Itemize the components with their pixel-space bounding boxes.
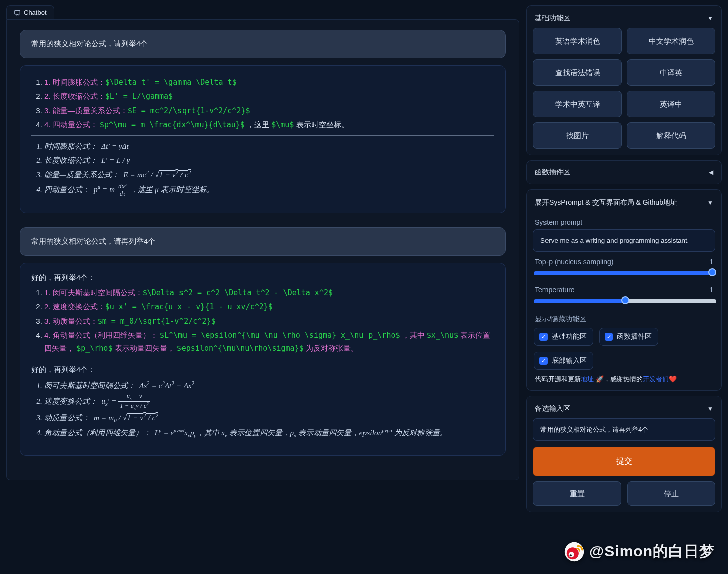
chevron-left-icon: ◀ [709,169,713,176]
sidebar-column: 基础功能区 ▼ 英语学术润色 中文学术润色 查找语法错误 中译英 学术中英互译 … [526,5,722,568]
tab-chatbot[interactable]: Chatbot [6,5,54,19]
toggles-title: 显示/隐藏功能区 [535,315,713,324]
latex-source: $\Delta t' = \gamma \Delta t$ [105,78,237,87]
button-label: 英译中 [660,100,682,108]
svg-rect-0 [15,10,20,14]
latex-source: $p_\rho$ [76,344,112,353]
altinput-input[interactable] [533,418,715,441]
tab-row: Chatbot [6,5,519,19]
reset-button[interactable]: 重置 [533,481,621,506]
assistant-message: 1. 时间膨胀公式：$\Delta t' = \gamma \Delta t$ … [20,65,506,213]
button-label: 英语学术润色 [555,37,600,45]
secondary-buttons: 重置 停止 [533,481,715,506]
rendered-math-list: 时间膨胀公式： Δt′ = γΔt 长度收缩公式： L′ = L / γ 能量—… [31,140,494,198]
btn-en-polish[interactable]: 英语学术润色 [533,28,622,54]
section-title: 基础功能区 [535,14,570,23]
latex-source: $\Delta s^2 = c^2 \Delta t^2 - \Delta x^… [143,288,333,297]
stop-button[interactable]: 停止 [627,481,715,506]
list-prefix: 1. 闵可夫斯基时空间隔公式： [44,288,143,297]
devs-link[interactable]: 开发者们 [643,375,669,383]
button-label: 停止 [664,489,679,498]
altinput-section-header[interactable]: 备选输入区 ▼ [533,402,715,418]
plain-text: ，感谢热情的 [604,375,643,383]
btn-acad-trans[interactable]: 学术中英互译 [533,91,622,117]
basic-buttons-grid: 英语学术润色 中文学术润色 查找语法错误 中译英 学术中英互译 英译中 找图片 … [533,28,715,149]
rendered-math: 时间膨胀公式： Δt′ = γΔt [44,140,494,153]
toggle-basic[interactable]: ✓ 基础功能区 [534,328,593,346]
rendered-math: 能量—质量关系公式： E = mc2 / √1 − v2 / c2 [44,168,494,181]
topp-value[interactable]: 1 [709,258,713,266]
system-prompt-input[interactable] [533,229,715,252]
basic-section-header[interactable]: 基础功能区 ▼ [533,12,715,28]
rendered-math: 动质量公式： m = m0 / √1 − v2 / c2 [44,411,494,425]
sysprompt-section-header[interactable]: 展开SysPrompt & 交互界面布局 & Github地址 ▼ [533,196,715,212]
assistant-message: 好的，再列举4个： 1. 闵可夫斯基时空间隔公式：$\Delta s^2 = c… [20,263,506,456]
latex-source: $u_x' = \frac{u_x - v}{1 - u_xv/c^2}$ [105,302,273,311]
toggle-bottom[interactable]: ✓ 底部输入区 [534,352,593,370]
chat-panel: 常用的狭义相对论公式，请列举4个 1. 时间膨胀公式：$\Delta t' = … [6,19,519,480]
app-root: Chatbot 常用的狭义相对论公式，请列举4个 1. 时间膨胀公式：$\Del… [0,0,728,574]
list-prefix: 2. 长度收缩公式： [44,92,105,100]
chat-icon [14,9,21,16]
section-title: 函数插件区 [535,168,570,177]
temp-label: Temperature [535,286,575,294]
assistant-pretext-rendered: 好的，再列举4个： [31,363,494,376]
rendered-math: 角动量公式（利用四维矢量）： Lμ = εμνρσxνpρ，其中 xν 表示位置… [44,426,494,440]
assistant-pretext: 好的，再列举4个： [31,271,494,284]
section-title: 备选输入区 [535,404,570,413]
user-message-text: 常用的狭义相对论公式，请列举4个 [31,39,148,48]
btn-findimg[interactable]: 找图片 [533,122,622,149]
list-prefix: 3. 动质量公式： [44,317,98,325]
checkbox-icon: ✓ [539,333,548,341]
button-label: 重置 [570,489,585,498]
latex-source: $\mu$ [271,120,294,129]
user-message-text: 常用的狭义相对论公式，请再列举4个 [31,237,155,245]
repo-link[interactable]: 地址 [581,375,594,383]
btn-grammar[interactable]: 查找语法错误 [533,59,622,86]
temp-slider[interactable] [534,299,716,303]
list-prefix: 4. 四动量公式： [44,120,98,129]
btn-en2zh[interactable]: 英译中 [627,91,715,117]
temp-value[interactable]: 1 [709,286,713,294]
rendered-math-list: 闵可夫斯基时空间隔公式： Δs2 = c2Δt2 − Δx2 速度变换公式： u… [31,379,494,440]
plain-text: 表示时空坐标。 [296,120,349,129]
tab-label: Chatbot [24,9,47,16]
user-message: 常用的狭义相对论公式，请再列举4个 [20,227,506,256]
chevron-down-icon: ▼ [707,405,713,412]
list-prefix: 4. 角动量公式（利用四维矢量）： [44,331,158,339]
plugins-section: 函数插件区 ◀ [526,160,722,184]
credits-line: 代码开源和更新地址 🚀，感谢热情的开发者们❤️ [533,372,715,384]
plain-text: ，这里 [247,120,271,129]
rocket-icon: 🚀 [596,375,604,383]
chevron-down-icon: ▼ [707,15,713,22]
altinput-section: 备选输入区 ▼ 提交 重置 停止 [526,396,722,512]
plain-text: ，其中 [402,331,427,339]
plain-text: 代码开源和更新 [535,375,581,383]
checkbox-icon: ✓ [539,357,548,365]
plain-text: 表示动量四矢量， [115,344,175,352]
submit-button[interactable]: 提交 [533,447,715,476]
latex-source: $m = m_0/\sqrt{1-v^2/c^2}$ [98,317,216,326]
latex-source: $x_\nu$ [427,331,458,340]
divider [31,359,494,359]
user-message: 常用的狭义相对论公式，请列举4个 [20,30,506,58]
button-label: 中译英 [660,68,682,77]
checkbox-icon: ✓ [605,333,613,341]
button-label: 找图片 [566,131,589,140]
sysprompt-section: 展开SysPrompt & 交互界面布局 & Github地址 ▼ System… [526,189,722,391]
rendered-math: 速度变换公式： ux′ = ux − v1 − uxv / c2 [44,393,494,410]
rendered-math: 长度收缩公式： L′ = L / γ [44,154,494,167]
toggle-label: 基础功能区 [552,332,587,341]
plugins-section-header[interactable]: 函数插件区 ◀ [533,165,715,180]
button-label: 解释代码 [656,131,686,140]
divider [31,135,494,136]
button-label: 学术中英互译 [555,100,600,108]
btn-explaincode[interactable]: 解释代码 [627,122,715,149]
toggles-group: ✓ 基础功能区 ✓ 函数插件区 ✓ 底部输入区 [534,328,714,370]
toggle-label: 函数插件区 [617,332,652,341]
btn-zh2en[interactable]: 中译英 [627,59,715,86]
list-prefix: 2. 速度变换公式： [44,302,105,311]
toggle-plugins[interactable]: ✓ 函数插件区 [599,328,658,346]
btn-zh-polish[interactable]: 中文学术润色 [627,28,715,54]
topp-slider[interactable] [534,271,716,275]
